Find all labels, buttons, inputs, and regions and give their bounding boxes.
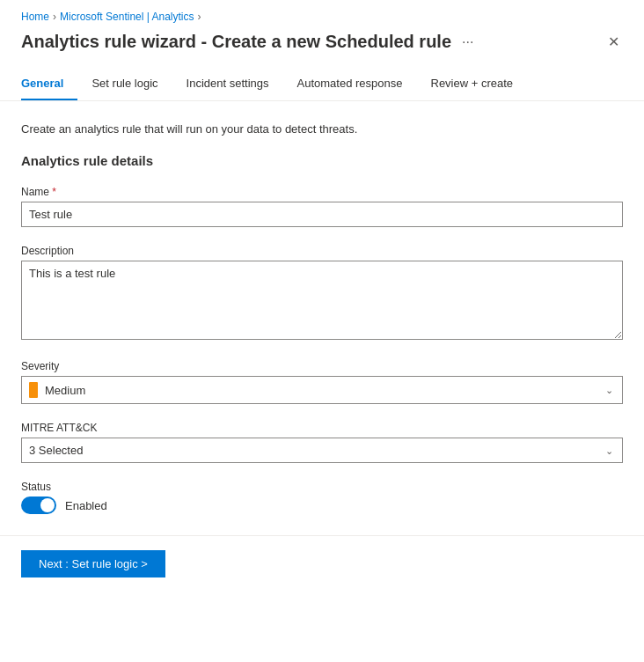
toggle-container: Enabled	[21, 496, 623, 514]
name-input[interactable]	[21, 202, 623, 227]
severity-field-group: Severity Medium ⌄	[21, 360, 623, 404]
more-options-icon[interactable]: ···	[462, 34, 473, 50]
breadcrumb-sep-2: ›	[198, 11, 201, 23]
tab-incident-settings[interactable]: Incident settings	[172, 68, 283, 100]
tab-general[interactable]: General	[21, 68, 77, 100]
tabs-nav: General Set rule logic Incident settings…	[0, 68, 644, 101]
mitre-select[interactable]: 3 Selected ⌄	[21, 438, 623, 463]
description-textarea[interactable]: This is a test rule	[21, 261, 623, 340]
name-field-group: Name *	[21, 186, 623, 227]
required-indicator: *	[49, 186, 56, 198]
tab-automated-response[interactable]: Automated response	[283, 68, 417, 100]
description-field-group: Description This is a test rule	[21, 245, 623, 342]
breadcrumb-home[interactable]: Home	[21, 11, 49, 23]
next-button[interactable]: Next : Set rule logic >	[21, 550, 165, 577]
severity-chevron-icon: ⌄	[605, 385, 613, 396]
breadcrumb-sentinel[interactable]: Microsoft Sentinel | Analytics	[60, 11, 194, 23]
description-label: Description	[21, 245, 623, 257]
severity-label: Severity	[21, 360, 623, 372]
tab-set-rule-logic[interactable]: Set rule logic	[77, 68, 172, 100]
status-field-group: Status Enabled	[21, 481, 623, 514]
mitre-field-group: MITRE ATT&CK 3 Selected ⌄	[21, 422, 623, 463]
name-label: Name *	[21, 186, 623, 198]
breadcrumb: Home › Microsoft Sentinel | Analytics ›	[0, 0, 644, 30]
severity-value: Medium	[45, 384, 85, 397]
status-toggle[interactable]	[21, 496, 56, 514]
close-button[interactable]: ✕	[604, 30, 623, 54]
status-label: Status	[21, 481, 623, 493]
status-value: Enabled	[65, 499, 107, 512]
mitre-value: 3 Selected	[29, 444, 83, 457]
mitre-label: MITRE ATT&CK	[21, 422, 623, 434]
page-description: Create an analytics rule that will run o…	[21, 122, 623, 136]
mitre-select-wrapper: 3 Selected ⌄	[21, 438, 623, 463]
section-title: Analytics rule details	[21, 153, 623, 168]
page-title: Analytics rule wizard - Create a new Sch…	[21, 32, 451, 52]
breadcrumb-sep-1: ›	[53, 11, 56, 23]
tab-review-create[interactable]: Review + create	[417, 68, 528, 100]
severity-color-indicator	[29, 382, 38, 398]
severity-select-wrapper: Medium ⌄	[21, 376, 623, 404]
severity-select[interactable]: Medium ⌄	[21, 376, 623, 404]
footer: Next : Set rule logic >	[0, 536, 644, 592]
mitre-chevron-icon: ⌄	[605, 445, 613, 456]
